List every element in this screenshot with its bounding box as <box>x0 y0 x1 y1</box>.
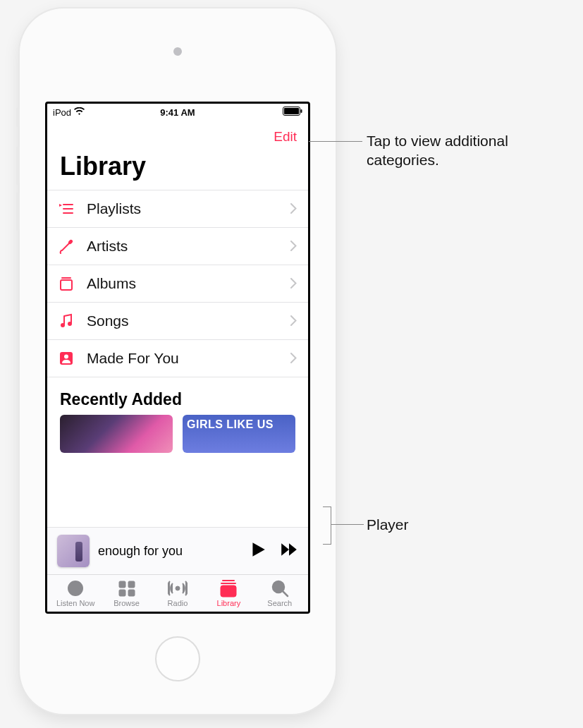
now-playing-artwork <box>57 535 90 567</box>
svg-point-7 <box>68 240 73 244</box>
now-playing-title: enough for you <box>98 544 240 559</box>
front-camera <box>173 47 182 56</box>
svg-rect-19 <box>128 590 135 596</box>
tab-listen-now[interactable]: Listen Now <box>51 579 100 607</box>
volume-down-button <box>16 192 20 231</box>
svg-rect-2 <box>301 109 302 113</box>
play-button[interactable] <box>249 540 267 562</box>
playlists-icon <box>59 201 74 217</box>
category-label: Playlists <box>87 200 278 217</box>
category-label: Artists <box>87 238 278 255</box>
tab-label: Search <box>267 599 292 607</box>
svg-line-25 <box>283 591 288 596</box>
albums-icon <box>59 276 74 291</box>
svg-point-11 <box>68 322 72 326</box>
tab-label: Radio <box>168 599 188 607</box>
svg-rect-17 <box>128 581 135 588</box>
chevron-right-icon <box>290 200 297 217</box>
recently-added-heading: Recently Added <box>47 377 308 415</box>
songs-icon <box>59 313 74 329</box>
next-track-button[interactable] <box>280 540 298 562</box>
callout-bracket <box>323 506 331 545</box>
svg-rect-8 <box>61 280 72 290</box>
svg-line-6 <box>62 243 70 250</box>
callout-leader <box>331 524 364 525</box>
chevron-right-icon <box>290 275 297 292</box>
chevron-right-icon <box>290 350 297 367</box>
album-text: GIRLS LIKE US <box>183 415 295 435</box>
recently-added-row[interactable]: GIRLS LIKE US <box>47 415 308 453</box>
svg-rect-18 <box>119 590 125 596</box>
tab-search[interactable]: Search <box>255 579 305 607</box>
status-bar: iPod 9:41 AM <box>47 104 308 121</box>
screen: iPod 9:41 AM Edit Library Playlists <box>45 102 310 614</box>
category-label: Songs <box>87 313 278 329</box>
tab-library[interactable]: Library <box>204 579 253 607</box>
mini-player[interactable]: enough for you <box>47 527 308 574</box>
artists-icon <box>59 238 74 254</box>
chevron-right-icon <box>290 313 297 329</box>
svg-rect-16 <box>119 581 125 588</box>
ipod-device-frame: iPod 9:41 AM Edit Library Playlists <box>20 8 336 714</box>
battery-icon <box>283 107 302 118</box>
chevron-right-icon <box>290 238 297 255</box>
album-artwork-2[interactable]: GIRLS LIKE US <box>183 415 295 453</box>
volume-up-button <box>16 146 20 185</box>
tab-label: Browse <box>113 599 140 607</box>
callout-leader <box>309 141 362 142</box>
callout-edit: Tap to view additional categories. <box>367 131 550 170</box>
tab-browse[interactable]: Browse <box>102 579 152 607</box>
category-label: Albums <box>87 275 278 292</box>
nav-bar: Edit <box>47 121 308 147</box>
carrier-label: iPod <box>53 107 71 118</box>
category-made-for-you[interactable]: Made For You <box>47 340 308 377</box>
made-for-you-icon <box>59 351 74 366</box>
svg-rect-1 <box>284 108 299 114</box>
svg-point-14 <box>64 355 68 359</box>
category-songs[interactable]: Songs <box>47 303 308 340</box>
category-artists[interactable]: Artists <box>47 228 308 265</box>
album-artwork-1[interactable] <box>60 415 173 453</box>
tab-bar: Listen Now Browse Radio Library Search <box>47 574 308 612</box>
clock: 9:41 AM <box>160 107 195 118</box>
wifi-icon <box>74 107 85 118</box>
category-list: Playlists Artists Albums <box>47 190 308 377</box>
page-title: Library <box>47 147 308 186</box>
category-albums[interactable]: Albums <box>47 265 308 303</box>
home-button[interactable] <box>155 636 200 681</box>
callout-player: Player <box>367 515 409 534</box>
category-label: Made For You <box>87 350 278 367</box>
svg-point-20 <box>176 586 180 590</box>
category-playlists[interactable]: Playlists <box>47 190 308 228</box>
mute-switch <box>16 107 20 127</box>
tab-radio[interactable]: Radio <box>153 579 202 607</box>
tab-label: Library <box>217 599 241 607</box>
tab-label: Listen Now <box>56 599 94 607</box>
edit-button[interactable]: Edit <box>274 129 297 145</box>
